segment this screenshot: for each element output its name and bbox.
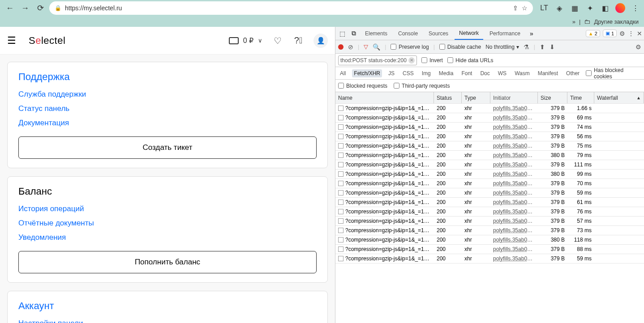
table-row[interactable]: ?compression=gzip-js&ip=1&_=1…200xhrpoly… bbox=[335, 132, 644, 141]
balance-link-2[interactable]: Уведомления bbox=[18, 233, 317, 242]
topup-button[interactable]: Пополнить баланс bbox=[18, 251, 317, 273]
row-checkbox[interactable] bbox=[338, 200, 343, 205]
table-row[interactable]: ?compression=gzip-js&ip=1&_=1…200xhrpoly… bbox=[335, 123, 644, 132]
download-icon[interactable]: ⬇ bbox=[550, 43, 555, 51]
table-row[interactable]: ?compression=gzip-js&ip=1&_=1…200xhrpoly… bbox=[335, 245, 644, 254]
third-party-checkbox[interactable]: Third-party requests bbox=[394, 83, 450, 89]
row-checkbox[interactable] bbox=[338, 237, 343, 242]
col-name[interactable]: Name bbox=[335, 92, 434, 103]
tab-sources[interactable]: Sources bbox=[424, 28, 453, 39]
warnings-badge[interactable]: ▲2 bbox=[586, 30, 600, 37]
settings-icon[interactable]: ⚙ bbox=[619, 30, 625, 37]
clear-filter-icon[interactable]: ✕ bbox=[408, 57, 415, 64]
table-row[interactable]: ?compression=gzip-js&ip=1&_=1…200xhrpoly… bbox=[335, 160, 644, 170]
row-checkbox[interactable] bbox=[338, 218, 343, 224]
col-status[interactable]: Status bbox=[434, 92, 462, 103]
type-other[interactable]: Other bbox=[564, 69, 581, 77]
type-doc[interactable]: Doc bbox=[478, 69, 491, 77]
throttling-select[interactable]: No throttling ▾ bbox=[485, 44, 519, 50]
devtools-menu-icon[interactable]: ⋮ bbox=[628, 30, 634, 37]
support-link-2[interactable]: Документация bbox=[18, 119, 317, 128]
col-type[interactable]: Type bbox=[462, 92, 490, 103]
create-ticket-button[interactable]: Создать тикет bbox=[18, 136, 317, 159]
table-row[interactable]: ?compression=gzip-js&ip=1&_=1…200xhrpoly… bbox=[335, 104, 644, 113]
hide-data-urls-checkbox[interactable]: Hide data URLs bbox=[447, 57, 494, 64]
row-checkbox[interactable] bbox=[338, 162, 343, 167]
row-checkbox[interactable] bbox=[338, 143, 343, 149]
table-row[interactable]: ?compression=gzip-js&ip=1&_=1…200xhrpoly… bbox=[335, 254, 644, 264]
row-checkbox[interactable] bbox=[338, 246, 343, 252]
balance-chip[interactable]: 0 ₽ ∨ bbox=[229, 36, 262, 45]
table-row[interactable]: ?compression=gzip-js&ip=1&_=1…200xhrpoly… bbox=[335, 170, 644, 179]
account-title[interactable]: Аккаунт bbox=[18, 300, 317, 312]
url-bar[interactable]: 🔒 https://my.selectel.ru ⇪ ☆ bbox=[49, 1, 533, 15]
row-checkbox[interactable] bbox=[338, 181, 343, 186]
clear-icon[interactable]: ⊘ bbox=[348, 43, 353, 51]
record-button[interactable] bbox=[338, 44, 343, 50]
type-fetchxhr[interactable]: Fetch/XHR bbox=[352, 69, 382, 77]
profile-avatar-icon[interactable] bbox=[615, 3, 625, 13]
row-checkbox[interactable] bbox=[338, 106, 343, 111]
tab-elements[interactable]: Elements bbox=[361, 28, 392, 39]
extensions-icon[interactable]: ✦ bbox=[585, 3, 595, 13]
table-row[interactable]: ?compression=gzip-js&ip=1&_=1…200xhrpoly… bbox=[335, 217, 644, 226]
upload-icon[interactable]: ⬆ bbox=[540, 43, 545, 51]
row-checkbox[interactable] bbox=[338, 256, 343, 261]
filter-input[interactable]: thod:POST status-code:200 ✕ bbox=[338, 55, 417, 65]
ext-tag-icon[interactable]: ◈ bbox=[554, 3, 564, 13]
row-checkbox[interactable] bbox=[338, 134, 343, 139]
col-waterfall[interactable]: Waterfall▲ bbox=[594, 92, 644, 103]
bookmarks-overflow-icon[interactable]: » bbox=[572, 18, 575, 25]
table-row[interactable]: ?compression=gzip-js&ip=1&_=1…200xhrpoly… bbox=[335, 207, 644, 217]
type-js[interactable]: JS bbox=[386, 69, 396, 77]
row-checkbox[interactable] bbox=[338, 209, 343, 214]
ext-panel-icon[interactable]: ◧ bbox=[600, 3, 610, 13]
device-icon[interactable]: ⧉ bbox=[349, 30, 359, 37]
type-ws[interactable]: WS bbox=[496, 69, 508, 77]
invert-checkbox[interactable]: Invert bbox=[421, 57, 443, 64]
close-devtools-icon[interactable]: ✕ bbox=[637, 30, 642, 37]
col-size[interactable]: Size bbox=[538, 92, 567, 103]
table-row[interactable]: ?compression=gzip-js&ip=1&_=1…200xhrpoly… bbox=[335, 141, 644, 151]
help-icon[interactable]: ?⃝ bbox=[293, 35, 304, 46]
table-row[interactable]: ?compression=gzip-js&ip=1&_=1…200xhrpoly… bbox=[335, 226, 644, 235]
type-font[interactable]: Font bbox=[459, 69, 474, 77]
table-row[interactable]: ?compression=gzip-js&ip=1&_=1…200xhrpoly… bbox=[335, 235, 644, 245]
user-menu[interactable]: 👤 bbox=[313, 34, 328, 48]
bell-icon[interactable]: ♡ bbox=[272, 35, 283, 46]
support-link-0[interactable]: Служба поддержки bbox=[18, 90, 317, 99]
support-link-1[interactable]: Статус панель bbox=[18, 104, 317, 113]
account-link-0[interactable]: Настройки панели bbox=[18, 319, 317, 323]
tab-console[interactable]: Console bbox=[394, 28, 422, 39]
table-row[interactable]: ?compression=gzip-js&ip=1&_=1…200xhrpoly… bbox=[335, 179, 644, 188]
network-settings-icon[interactable]: ⚙ bbox=[635, 43, 641, 51]
table-row[interactable]: ?compression=gzip-js&ip=1&_=1…200xhrpoly… bbox=[335, 198, 644, 207]
type-wasm[interactable]: Wasm bbox=[513, 69, 532, 77]
forward-button[interactable]: → bbox=[19, 2, 31, 14]
table-row[interactable]: ?compression=gzip-js&ip=1&_=1…200xhrpoly… bbox=[335, 188, 644, 198]
ext-lt-icon[interactable]: LT bbox=[539, 3, 549, 13]
col-time[interactable]: Time bbox=[567, 92, 594, 103]
filter-toggle-icon[interactable]: ▽ bbox=[364, 43, 368, 50]
wifi-icon[interactable]: ⚗ bbox=[524, 43, 529, 51]
row-checkbox[interactable] bbox=[338, 124, 343, 130]
reload-button[interactable]: ⟳ bbox=[34, 2, 47, 14]
search-icon[interactable]: 🔍 bbox=[373, 43, 380, 51]
share-icon[interactable]: ⇪ bbox=[513, 4, 518, 12]
more-tabs-icon[interactable]: » bbox=[527, 30, 537, 37]
has-blocked-cookies-checkbox[interactable]: Has blocked cookies bbox=[586, 67, 641, 80]
inspect-icon[interactable]: ⬚ bbox=[337, 30, 347, 37]
row-checkbox[interactable] bbox=[338, 115, 343, 120]
issues-badge[interactable]: ▣1 bbox=[603, 30, 617, 37]
table-row[interactable]: ?compression=gzip-js&ip=1&_=1…200xhrpoly… bbox=[335, 151, 644, 160]
row-checkbox[interactable] bbox=[338, 171, 343, 177]
hamburger-icon[interactable]: ☰ bbox=[7, 35, 16, 47]
type-media[interactable]: Media bbox=[437, 69, 455, 77]
row-checkbox[interactable] bbox=[338, 153, 343, 158]
type-all[interactable]: All bbox=[338, 69, 348, 77]
balance-link-1[interactable]: Отчётные документы bbox=[18, 219, 317, 228]
disable-cache-checkbox[interactable]: Disable cache bbox=[439, 44, 481, 50]
row-checkbox[interactable] bbox=[338, 190, 343, 196]
type-manifest[interactable]: Manifest bbox=[536, 69, 560, 77]
col-initiator[interactable]: Initiator bbox=[490, 92, 538, 103]
